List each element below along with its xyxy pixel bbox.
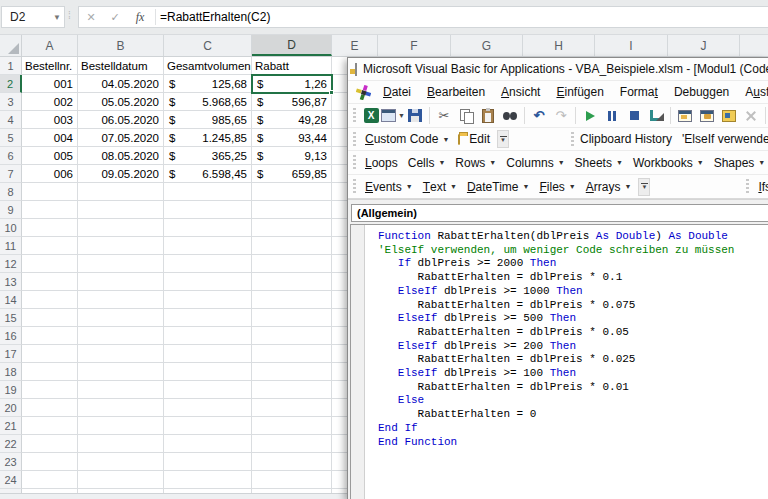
cell-B9[interactable] (78, 201, 164, 219)
row-header-5[interactable]: 5 (0, 129, 22, 147)
cell-A23[interactable] (22, 453, 78, 471)
cell-C19[interactable] (164, 381, 252, 399)
edit-menu-button[interactable]: Edit (464, 130, 495, 148)
row-header-22[interactable]: 22 (0, 435, 22, 453)
cell-C12[interactable] (164, 255, 252, 273)
cell-E9[interactable] (332, 201, 347, 219)
redo-icon[interactable]: ↷ (551, 106, 571, 125)
cell-C11[interactable] (164, 237, 252, 255)
menu-item-bearbeiten[interactable]: Bearbeiten (419, 82, 493, 102)
cell-D19[interactable] (252, 381, 332, 399)
cell-A2[interactable]: 001 (22, 75, 78, 93)
cell-E6[interactable] (332, 147, 347, 165)
toolbar-grip[interactable] (353, 108, 356, 123)
cell-C15[interactable] (164, 309, 252, 327)
toolbar-grip[interactable] (353, 179, 356, 194)
cell-D12[interactable] (252, 255, 332, 273)
cell-A21[interactable] (22, 417, 78, 435)
row-header-24[interactable]: 24 (0, 471, 22, 489)
formula-input[interactable]: =RabattErhalten(C2) (160, 10, 270, 24)
column-header-I[interactable]: I (595, 35, 668, 56)
column-header-J[interactable]: J (668, 35, 740, 56)
row-header-16[interactable]: 16 (0, 327, 22, 345)
menu-item-ausführen[interactable]: Ausführen (737, 82, 768, 102)
row-header-2[interactable]: 2 (0, 75, 22, 93)
snippet-button-columns[interactable]: Columns▼ (501, 154, 569, 172)
cell-A12[interactable] (22, 255, 78, 273)
folder-icon[interactable] (458, 134, 460, 145)
cell-D13[interactable] (252, 273, 332, 291)
cell-A20[interactable] (22, 399, 78, 417)
cell-C14[interactable] (164, 291, 252, 309)
row-header-23[interactable]: 23 (0, 453, 22, 471)
design-mode-icon[interactable] (646, 106, 666, 125)
row-header-19[interactable]: 19 (0, 381, 22, 399)
cell-C7[interactable]: $6.598,45 (164, 165, 252, 183)
cell-E13[interactable] (332, 273, 347, 291)
cell-E5[interactable] (332, 129, 347, 147)
snippet-button-loops[interactable]: Loops (360, 154, 403, 172)
row-header-12[interactable]: 12 (0, 255, 22, 273)
toolbox-icon[interactable] (741, 106, 761, 125)
toolbar-options-button[interactable]: ▼ (497, 130, 509, 148)
snippet-button-arrays[interactable]: Arrays▼ (581, 178, 637, 196)
cell-C16[interactable] (164, 327, 252, 345)
column-header-E[interactable]: E (332, 35, 378, 56)
cell-E17[interactable] (332, 345, 347, 363)
row-header-13[interactable]: 13 (0, 273, 22, 291)
code-editor[interactable]: Function RabattErhalten(dblPreis As Doub… (350, 224, 768, 499)
row-header-10[interactable]: 10 (0, 219, 22, 237)
cell-E22[interactable] (332, 435, 347, 453)
cell-D6[interactable]: $9,13 (252, 147, 332, 165)
name-box-splitter[interactable]: ⁞ (68, 10, 71, 21)
enter-icon[interactable]: ✓ (103, 11, 127, 24)
cell-B14[interactable] (78, 291, 164, 309)
cell-D5[interactable]: $93,44 (252, 129, 332, 147)
cell-C17[interactable] (164, 345, 252, 363)
column-header-D[interactable]: D (252, 35, 332, 56)
cell-A5[interactable]: 004 (22, 129, 78, 147)
cell-D16[interactable] (252, 327, 332, 345)
cell-E19[interactable] (332, 381, 347, 399)
cancel-icon[interactable]: ✕ (79, 11, 103, 24)
cell-B22[interactable] (78, 435, 164, 453)
snippet-button-sheets[interactable]: Sheets▼ (570, 154, 628, 172)
snippet-button-ifs[interactable]: Ifs▼ (753, 178, 768, 196)
cell-E10[interactable] (332, 219, 347, 237)
cell-B8[interactable] (78, 183, 164, 201)
column-header-F[interactable]: F (378, 35, 451, 56)
cell-C3[interactable]: $5.968,65 (164, 93, 252, 111)
snippet-button-cells[interactable]: Cells▼ (403, 154, 451, 172)
cell-A10[interactable] (22, 219, 78, 237)
clipboard-history-button[interactable]: Clipboard History (580, 132, 672, 146)
cell-B3[interactable]: 05.05.2020 (78, 93, 164, 111)
cell-D9[interactable] (252, 201, 332, 219)
row-header-20[interactable]: 20 (0, 399, 22, 417)
cell-C8[interactable] (164, 183, 252, 201)
cell-E20[interactable] (332, 399, 347, 417)
cell-B11[interactable] (78, 237, 164, 255)
clipboard-preview-button[interactable]: 'ElseIf verwenden, um weniger C (682, 132, 768, 146)
toolbar-options-button[interactable]: ▼ (638, 178, 650, 196)
cell-D4[interactable]: $49,28 (252, 111, 332, 129)
row-header-15[interactable]: 15 (0, 309, 22, 327)
cell-B4[interactable]: 06.05.2020 (78, 111, 164, 129)
row-header-21[interactable]: 21 (0, 417, 22, 435)
cell-C13[interactable] (164, 273, 252, 291)
cell-A22[interactable] (22, 435, 78, 453)
cell-E12[interactable] (332, 255, 347, 273)
cell-D17[interactable] (252, 345, 332, 363)
vba-title-bar[interactable]: Microsoft Visual Basic for Applications … (348, 58, 768, 81)
vba-editor-window[interactable]: Microsoft Visual Basic for Applications … (347, 57, 768, 499)
cell-B12[interactable] (78, 255, 164, 273)
cell-D14[interactable] (252, 291, 332, 309)
cell-D10[interactable] (252, 219, 332, 237)
cell-A14[interactable] (22, 291, 78, 309)
cell-B23[interactable] (78, 453, 164, 471)
cell-A18[interactable] (22, 363, 78, 381)
cell-A4[interactable]: 003 (22, 111, 78, 129)
cell-E11[interactable] (332, 237, 347, 255)
cell-D7[interactable]: $659,85 (252, 165, 332, 183)
cell-D24[interactable] (252, 471, 332, 489)
undo-icon[interactable]: ↶ (529, 106, 549, 125)
